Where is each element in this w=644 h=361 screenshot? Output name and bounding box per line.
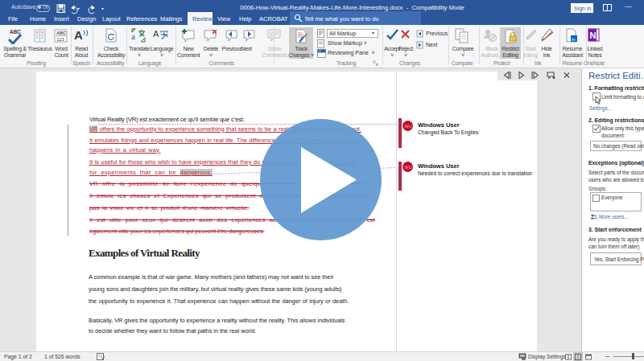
svg-text:123: 123	[57, 37, 64, 42]
svg-text:ABC: ABC	[56, 31, 66, 35]
svg-text:a: a	[131, 31, 135, 41]
svg-text:A: A	[153, 29, 159, 39]
svg-text:in: in	[572, 37, 576, 42]
svg-text:N: N	[590, 31, 597, 40]
